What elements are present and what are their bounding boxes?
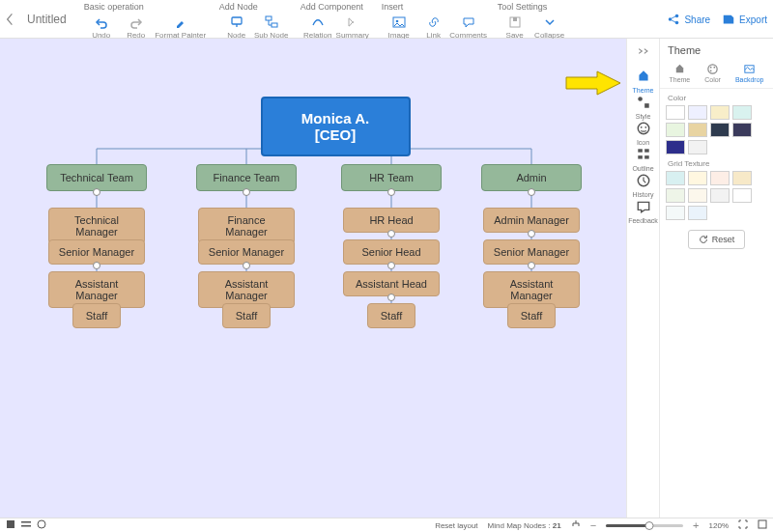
relation-button[interactable]: Relation <box>301 14 335 40</box>
history-icon <box>635 172 652 189</box>
insert-link-button[interactable]: Link <box>416 14 451 40</box>
grid-swatch-3[interactable] <box>732 171 752 185</box>
color-icon <box>706 62 720 75</box>
grid-swatch-4[interactable] <box>666 188 685 203</box>
color-swatch-8[interactable] <box>666 140 685 154</box>
share-button[interactable]: Share <box>667 13 710 26</box>
iconbar-feedback[interactable]: Feedback <box>628 198 658 224</box>
insert-image-button[interactable]: Image <box>382 14 416 40</box>
back-button[interactable] <box>0 0 19 39</box>
grid-swatch-8[interactable] <box>666 206 685 220</box>
color-swatch-9[interactable] <box>688 140 707 154</box>
node-hr[interactable]: HR Team <box>341 164 442 191</box>
node-f2[interactable]: Senior Manager <box>198 239 295 265</box>
iconbar-history[interactable]: History <box>628 172 658 198</box>
export-button[interactable]: Export <box>722 13 767 26</box>
color-swatches <box>660 105 773 154</box>
sb-icon-2[interactable] <box>21 519 31 531</box>
tb-group-title: Add Node <box>219 2 289 14</box>
grid-swatch-2[interactable] <box>710 171 730 185</box>
grid-swatch-5[interactable] <box>688 188 707 203</box>
color-swatch-1[interactable] <box>688 105 707 120</box>
fullscreen-icon[interactable] <box>738 519 748 531</box>
add-node-button[interactable]: Node <box>219 14 254 40</box>
node-tech[interactable]: Technical Team <box>46 164 147 191</box>
collapse-dot[interactable] <box>243 188 250 196</box>
collapse-dot[interactable] <box>387 230 395 238</box>
collapse-dot[interactable] <box>528 230 535 238</box>
color-tab[interactable]: Color <box>704 62 721 83</box>
add-subnode-button[interactable]: Sub Node <box>254 14 289 40</box>
grid-swatch-1[interactable] <box>688 171 707 185</box>
sb-tree-icon[interactable] <box>571 519 581 531</box>
zoom-slider[interactable] <box>606 524 683 527</box>
grid-swatch-9[interactable] <box>688 206 707 220</box>
node-icon <box>230 15 243 29</box>
format-painter-button[interactable]: Format Painter <box>154 14 208 40</box>
svg-point-6 <box>38 520 45 528</box>
link-icon <box>427 15 441 29</box>
theme-tab[interactable]: Theme <box>669 62 690 83</box>
fit-icon[interactable] <box>758 519 767 531</box>
collapse-dot[interactable] <box>528 262 535 269</box>
undo-button[interactable]: Undo <box>84 14 119 40</box>
grid-swatch-7[interactable] <box>732 188 752 203</box>
collapse-dot[interactable] <box>93 262 100 269</box>
zoom-out-button[interactable]: − <box>590 519 596 531</box>
reset-layout-link[interactable]: Reset layout <box>435 521 477 530</box>
iconbar-style[interactable]: Style <box>628 94 658 120</box>
backdrop-tab[interactable]: Backdrop <box>735 62 764 83</box>
color-section-label: Color <box>660 89 773 105</box>
node-ceo[interactable]: Monica A. [CEO] <box>261 97 411 156</box>
node-a1[interactable]: Admin Manager <box>483 208 580 233</box>
subnode-icon <box>265 15 278 29</box>
iconbar-theme[interactable]: Theme <box>628 68 658 94</box>
sb-icon-3[interactable] <box>37 519 46 531</box>
insert-comments-button[interactable]: Comments <box>451 14 486 40</box>
color-swatch-0[interactable] <box>666 105 685 120</box>
collapse-dot[interactable] <box>93 188 100 196</box>
collapse-dot[interactable] <box>387 262 395 269</box>
comment-icon <box>462 15 475 29</box>
node-a2[interactable]: Senior Manager <box>483 239 580 265</box>
redo-button[interactable]: Redo <box>119 14 154 40</box>
iconbar-label: Style <box>636 113 651 120</box>
node-h2[interactable]: Senior Head <box>343 239 440 265</box>
panel-collapse-button[interactable] <box>636 42 651 60</box>
iconbar-icon[interactable]: Icon <box>628 120 658 146</box>
node-adm[interactable]: Admin <box>481 164 582 191</box>
node-f4[interactable]: Staff <box>222 303 271 328</box>
color-swatch-3[interactable] <box>732 105 752 120</box>
color-swatch-2[interactable] <box>710 105 730 120</box>
color-swatch-6[interactable] <box>710 123 730 137</box>
sb-icon-1[interactable] <box>6 519 15 531</box>
collapse-dot[interactable] <box>528 188 535 196</box>
zoom-in-button[interactable]: + <box>693 519 699 531</box>
collapse-dot[interactable] <box>387 294 395 301</box>
summary-button[interactable]: Summary <box>335 14 370 40</box>
document-title[interactable]: Untitled <box>19 0 78 39</box>
node-t4[interactable]: Staff <box>72 303 121 328</box>
node-fin[interactable]: Finance Team <box>196 164 297 191</box>
outline-icon <box>635 146 652 163</box>
node-h4[interactable]: Staff <box>367 303 415 328</box>
collapse-dot[interactable] <box>387 188 395 196</box>
tb-group-1: Add NodeNodeSub Node <box>214 0 295 40</box>
collapse-button[interactable]: Collapse <box>532 14 567 40</box>
grid-swatch-0[interactable] <box>666 171 685 185</box>
color-swatch-4[interactable] <box>666 123 685 137</box>
iconbar-outline[interactable]: Outline <box>628 146 658 172</box>
panel-title: Theme <box>660 39 773 60</box>
node-t2[interactable]: Senior Manager <box>48 239 145 265</box>
node-h1[interactable]: HR Head <box>343 208 440 233</box>
node-a4[interactable]: Staff <box>507 303 556 328</box>
grid-swatch-6[interactable] <box>710 188 730 203</box>
reset-button[interactable]: Reset <box>688 230 746 249</box>
grid-section-label: Grid Texture <box>660 154 773 171</box>
save-button[interactable]: Save <box>498 14 532 40</box>
color-swatch-7[interactable] <box>732 123 752 137</box>
node-h3[interactable]: Assistant Head <box>343 271 440 296</box>
canvas[interactable]: Monica A. [CEO]Technical TeamTechnical M… <box>0 39 626 518</box>
color-swatch-5[interactable] <box>688 123 707 137</box>
collapse-dot[interactable] <box>243 262 250 269</box>
